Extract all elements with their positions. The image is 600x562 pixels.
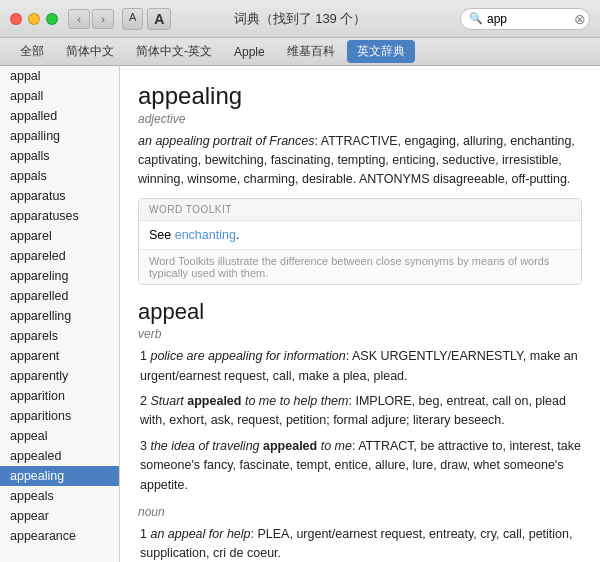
word-toolkit: WORD TOOLKIT See enchanting. Word Toolki… xyxy=(138,198,582,285)
sidebar-item-apparition[interactable]: apparition xyxy=(0,386,119,406)
tab-simplified-chinese[interactable]: 简体中文 xyxy=(56,40,124,63)
toolkit-header: WORD TOOLKIT xyxy=(139,199,581,221)
toolkit-body: See enchanting. xyxy=(139,221,581,249)
sidebar-item-appearance[interactable]: appearance xyxy=(0,526,119,546)
tab-english-dict[interactable]: 英文辞典 xyxy=(347,40,415,63)
font-smaller-button[interactable]: A xyxy=(122,8,143,30)
toolkit-link[interactable]: enchanting xyxy=(175,228,236,242)
sidebar-item-appealed[interactable]: appealed xyxy=(0,446,119,466)
content-area: appealing adjective an appealing portrai… xyxy=(120,66,600,562)
close-button[interactable] xyxy=(10,13,22,25)
font-larger-button[interactable]: A xyxy=(147,8,171,30)
verb-def-2: 2 Stuart appealed to me to help them: IM… xyxy=(138,392,582,431)
toolkit-footer: Word Toolkits illustrate the difference … xyxy=(139,249,581,284)
back-button[interactable]: ‹ xyxy=(68,9,90,29)
sidebar-item-apparitions[interactable]: apparitions xyxy=(0,406,119,426)
sidebar-item-appalled[interactable]: appalled xyxy=(0,106,119,126)
tab-apple[interactable]: Apple xyxy=(224,42,275,62)
sidebar-item-appeals[interactable]: appeals xyxy=(0,486,119,506)
sidebar-item-appealing[interactable]: appealing xyxy=(0,466,119,486)
sidebar-item-apparatuses[interactable]: apparatuses xyxy=(0,206,119,226)
noun-def-1: 1 an appeal for help: PLEA, urgent/earne… xyxy=(138,525,582,562)
pos-appealing: adjective xyxy=(138,112,582,126)
search-icon: 🔍 xyxy=(469,12,483,25)
definition-appealing: an appealing portrait of Frances: ATTRAC… xyxy=(138,132,582,188)
tab-all[interactable]: 全部 xyxy=(10,40,54,63)
nav-arrows: ‹ › xyxy=(68,9,114,29)
sidebar-item-appeal[interactable]: appeal xyxy=(0,426,119,446)
sidebar-item-apparel[interactable]: apparel xyxy=(0,226,119,246)
sidebar: appal appall appalled appalling appalls … xyxy=(0,66,120,562)
forward-button[interactable]: › xyxy=(92,9,114,29)
sidebar-item-appareled[interactable]: appareled xyxy=(0,246,119,266)
sidebar-item-appal[interactable]: appal xyxy=(0,66,119,86)
verb-def-1: 1 police are appealing for information: … xyxy=(138,347,582,386)
tabs-bar: 全部 简体中文 简体中文-英文 Apple 维基百科 英文辞典 xyxy=(0,38,600,66)
search-box: 🔍 ⊗ xyxy=(460,8,590,30)
maximize-button[interactable] xyxy=(46,13,58,25)
sidebar-item-apparatus[interactable]: apparatus xyxy=(0,186,119,206)
sidebar-item-appalls[interactable]: appalls xyxy=(0,146,119,166)
word-title-appealing: appealing xyxy=(138,82,582,110)
entry-appeal: appeal verb 1 police are appealing for i… xyxy=(138,299,582,562)
tab-wikipedia[interactable]: 维基百科 xyxy=(277,40,345,63)
verb-definitions: 1 police are appealing for information: … xyxy=(138,347,582,495)
sidebar-item-apparently[interactable]: apparently xyxy=(0,366,119,386)
entry-appealing: appealing adjective an appealing portrai… xyxy=(138,82,582,188)
pos-appeal-verb: verb xyxy=(138,327,582,341)
font-size-controls: A A xyxy=(122,8,171,30)
minimize-button[interactable] xyxy=(28,13,40,25)
noun-definitions: 1 an appeal for help: PLEA, urgent/earne… xyxy=(138,525,582,562)
sidebar-item-appareling[interactable]: appareling xyxy=(0,266,119,286)
pos-appeal-noun: noun xyxy=(138,505,582,519)
sidebar-item-appear[interactable]: appear xyxy=(0,506,119,526)
main-area: appal appall appalled appalling appalls … xyxy=(0,66,600,562)
traffic-lights xyxy=(10,13,58,25)
search-input[interactable] xyxy=(487,12,572,26)
sidebar-item-apparels[interactable]: apparels xyxy=(0,326,119,346)
window-title: 词典（找到了 139 个） xyxy=(234,10,367,28)
word-title-appeal: appeal xyxy=(138,299,582,325)
titlebar: ‹ › A A 词典（找到了 139 个） 🔍 ⊗ xyxy=(0,0,600,38)
sidebar-item-apparelling[interactable]: apparelling xyxy=(0,306,119,326)
search-clear-icon[interactable]: ⊗ xyxy=(574,11,586,27)
verb-def-3: 3 the idea of traveling appealed to me: … xyxy=(138,437,582,495)
sidebar-item-appalling[interactable]: appalling xyxy=(0,126,119,146)
noun-section: noun 1 an appeal for help: PLEA, urgent/… xyxy=(138,505,582,562)
sidebar-item-appals[interactable]: appals xyxy=(0,166,119,186)
sidebar-item-apparent[interactable]: apparent xyxy=(0,346,119,366)
sidebar-item-apparelled[interactable]: apparelled xyxy=(0,286,119,306)
tab-chinese-english[interactable]: 简体中文-英文 xyxy=(126,40,222,63)
sidebar-item-appall[interactable]: appall xyxy=(0,86,119,106)
